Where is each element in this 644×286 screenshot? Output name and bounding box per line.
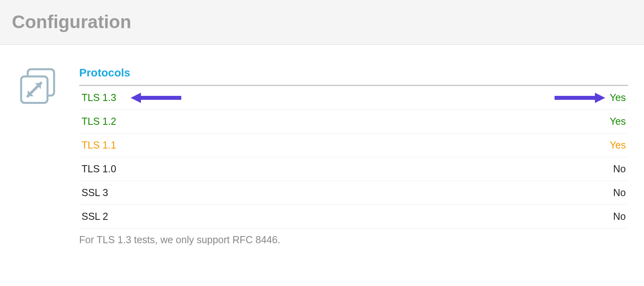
protocol-name: TLS 1.3 <box>82 92 116 103</box>
svg-marker-6 <box>131 93 141 103</box>
protocol-name: TLS 1.0 <box>82 163 116 175</box>
protocol-row: TLS 1.1Yes <box>79 133 628 157</box>
protocol-name: SSL 2 <box>82 211 108 222</box>
protocol-status: No <box>613 187 626 198</box>
protocol-status: No <box>613 211 626 222</box>
protocol-row: SSL 2No <box>79 205 628 229</box>
section-title: Protocols <box>79 67 628 86</box>
protocol-row: TLS 1.0No <box>79 157 628 181</box>
protocols-table: Protocols TLS 1.3YesTLS 1.2YesTLS 1.1Yes… <box>79 67 628 246</box>
annotation-arrow-left-icon <box>131 92 182 104</box>
icon-column <box>18 67 79 246</box>
content-area: Protocols TLS 1.3YesTLS 1.2YesTLS 1.1Yes… <box>0 45 644 257</box>
protocol-name: TLS 1.2 <box>82 116 116 127</box>
svg-marker-8 <box>595 93 605 103</box>
protocol-name: TLS 1.1 <box>82 139 116 151</box>
protocols-footnote: For TLS 1.3 tests, we only support RFC 8… <box>79 229 628 246</box>
protocol-row: SSL 3No <box>79 181 628 205</box>
protocol-row: TLS 1.3Yes <box>79 86 628 110</box>
page-title: Configuration <box>12 11 632 32</box>
annotation-arrow-right-icon <box>554 92 605 104</box>
protocols-expand-icon <box>18 67 57 106</box>
protocol-row: TLS 1.2Yes <box>79 110 628 133</box>
header-bar: Configuration <box>0 0 644 45</box>
protocol-status: Yes <box>610 139 626 151</box>
protocol-status: No <box>613 163 626 175</box>
protocol-name: SSL 3 <box>82 187 108 198</box>
protocol-status: Yes <box>610 116 626 127</box>
protocol-status: Yes <box>610 92 626 103</box>
